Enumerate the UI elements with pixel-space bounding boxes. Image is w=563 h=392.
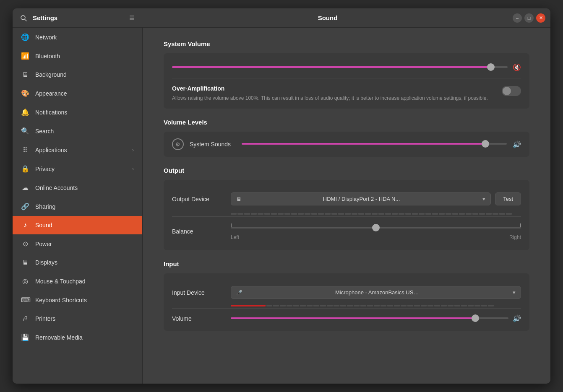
sidebar-item-mouse-touchpad[interactable]: ◎ Mouse & Touchpad [13,272,142,291]
input-title: Input [164,260,529,267]
input-meter [231,305,521,306]
sidebar-item-power[interactable]: ⊙ Power [13,234,142,253]
balance-thumb[interactable] [372,224,380,231]
sidebar-item-sharing[interactable]: 🔗 Sharing [13,197,142,216]
sidebar-item-keyboard-shortcuts[interactable]: ⌨ Keyboard Shortcuts [13,291,142,309]
sidebar-icon-sound: ♪ [21,221,29,229]
sidebar-icon-removable-media: 💾 [21,333,29,341]
sidebar-item-applications[interactable]: ⠿ Applications › [13,140,142,159]
input-volume-icon: 🔊 [513,314,521,322]
sidebar-icon-background: 🖥 [21,71,29,78]
sidebar-icon-appearance: 🎨 [21,89,29,97]
maximize-button[interactable]: □ [524,13,534,23]
system-sounds-fill [242,143,485,145]
input-volume-row: Volume 🔊 [172,308,521,324]
balance-slider[interactable] [231,223,521,233]
sidebar-icon-notifications: 🔔 [21,108,29,116]
input-device-name: Microphone - AmazonBasics USB Conf... [335,289,419,296]
sidebar-item-background[interactable]: 🖥 Background [13,65,142,84]
system-sounds-label: System Sounds [190,141,236,148]
system-volume-icon: 🔇 [513,63,521,71]
balance-label: Balance [172,228,231,235]
system-sounds-icon: ⚙ [172,138,184,150]
sidebar-item-bluetooth[interactable]: 📶 Bluetooth [13,47,142,65]
sidebar-item-search[interactable]: 🔍 Search [13,122,142,140]
output-device-select[interactable]: 🖥 HDMI / DisplayPort 2 - HDA N... ▾ [231,192,491,205]
balance-area: Left Right [231,223,521,240]
sidebar-item-privacy[interactable]: 🔒 Privacy › [13,159,142,178]
system-volume-thumb[interactable] [487,63,495,71]
sidebar-label-removable-media: Removable Media [35,334,83,341]
input-device-controls: 🎤 Microphone - AmazonBasics USB Conf... … [231,286,521,299]
sidebar-icon-online-accounts: ☁ [21,184,29,192]
system-volume-card: 🔇 Over-Amplification Allows raising the … [164,53,529,109]
content-area: System Volume 🔇 Over-Amplification Allow… [143,28,550,384]
titlebar: Settings ☰ Sound – □ ✕ [13,8,550,28]
sidebar-label-printers: Printers [35,315,55,322]
sidebar: 🌐 Network 📶 Bluetooth 🖥 Background 🎨 App… [13,28,143,384]
test-button[interactable]: Test [495,192,521,205]
sidebar-label-privacy: Privacy [35,166,55,172]
balance-labels: Left Right [231,234,521,240]
balance-left-label: Left [231,234,239,240]
output-card: Output Device 🖥 HDMI / DisplayPort 2 - H… [164,180,529,250]
titlebar-left: Settings ☰ [13,12,143,24]
over-amplification-title: Over-Amplification [172,85,493,92]
system-volume-fill [172,66,491,68]
input-device-chevron: ▾ [513,289,516,296]
sidebar-label-search: Search [35,128,54,135]
sidebar-item-online-accounts[interactable]: ☁ Online Accounts [13,178,142,197]
sidebar-icon-privacy: 🔒 [21,165,29,173]
input-volume-controls: 🔊 [231,314,521,322]
sidebar-label-appearance: Appearance [35,90,67,97]
sidebar-label-applications: Applications [35,147,67,153]
sidebar-label-notifications: Notifications [35,109,67,116]
over-amplification-text: Over-Amplification Allows raising the vo… [172,85,493,102]
input-device-select[interactable]: 🎤 Microphone - AmazonBasics USB Conf... … [231,286,521,299]
input-volume-slider[interactable] [231,317,508,320]
system-volume-slider[interactable] [172,66,508,69]
sidebar-chevron-privacy: › [132,166,134,172]
sidebar-label-background: Background [35,71,67,78]
input-meter-container [172,305,521,306]
minimize-button[interactable]: – [513,13,522,23]
input-card: Input Device 🎤 Microphone - AmazonBasics… [164,273,529,331]
balance-right-label: Right [509,234,521,240]
sidebar-icon-printers: 🖨 [21,315,29,322]
input-volume-thumb[interactable] [472,314,479,322]
output-meter [231,213,521,215]
sidebar-item-sound[interactable]: ♪ Sound [13,216,142,234]
content-title: Sound [143,14,513,21]
search-button[interactable] [18,12,29,24]
system-sounds-thumb[interactable] [482,140,489,148]
close-button[interactable]: ✕ [536,13,545,23]
svg-line-1 [25,19,26,21]
sidebar-label-sharing: Sharing [35,203,55,210]
sidebar-icon-network: 🌐 [21,33,29,41]
sidebar-item-appearance[interactable]: 🎨 Appearance [13,84,142,103]
sidebar-item-displays[interactable]: 🖥 Displays [13,253,142,272]
sidebar-icon-search: 🔍 [21,127,29,135]
output-device-row: Output Device 🖥 HDMI / DisplayPort 2 - H… [172,187,521,211]
menu-button[interactable]: ☰ [126,12,138,24]
system-sounds-volume-icon: 🔊 [513,140,521,148]
sidebar-item-removable-media[interactable]: 💾 Removable Media [13,328,142,347]
input-volume-label: Volume [172,315,231,322]
sidebar-icon-keyboard-shortcuts: ⌨ [21,296,29,304]
sidebar-item-printers[interactable]: 🖨 Printers [13,309,142,328]
system-volume-title: System Volume [164,40,529,47]
settings-title: Settings [33,14,57,21]
sidebar-item-notifications[interactable]: 🔔 Notifications [13,103,142,122]
sidebar-label-network: Network [35,34,57,41]
sidebar-item-network[interactable]: 🌐 Network [13,28,142,47]
output-device-controls: 🖥 HDMI / DisplayPort 2 - HDA N... ▾ Test [231,192,521,205]
over-amplification-row: Over-Amplification Allows raising the vo… [172,78,521,102]
sidebar-icon-sharing: 🔗 [21,202,29,210]
output-title: Output [164,167,529,174]
input-volume-fill [231,317,475,319]
system-sounds-slider[interactable] [242,143,507,145]
sidebar-label-keyboard-shortcuts: Keyboard Shortcuts [35,297,87,304]
volume-levels-title: Volume Levels [164,119,529,126]
volume-levels-card: ⚙ System Sounds 🔊 [164,132,529,157]
over-amplification-toggle[interactable] [502,86,521,96]
